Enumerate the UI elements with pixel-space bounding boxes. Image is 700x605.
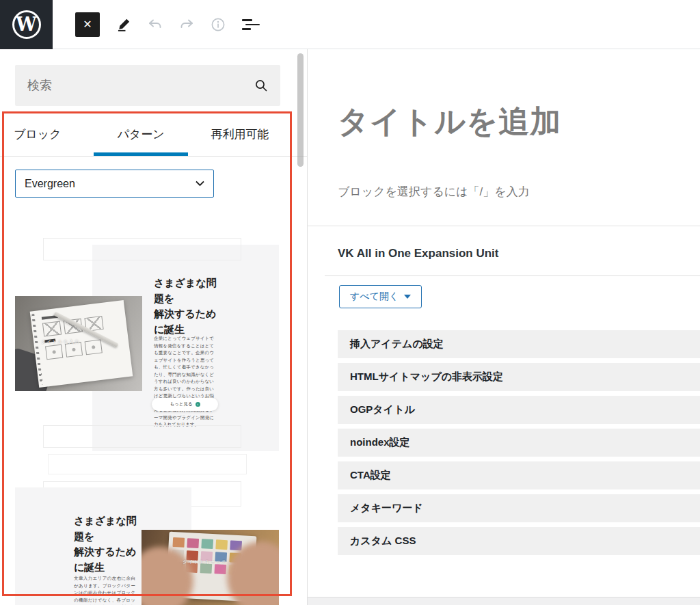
pattern-list: タイトルを入力 さまざまな問題を 解決するために誕生 企業にとってウェブサイトで…	[0, 49, 307, 605]
open-all-label: すべて開く	[350, 291, 399, 303]
inserter-toggle-button[interactable]: ✕	[75, 12, 100, 37]
section-row-ogp-title[interactable]: OGPタイトル	[338, 396, 700, 424]
list-view-button[interactable]	[241, 16, 258, 33]
pattern-body-text: 企業にとってウェブサイトで情報を発信をすることはとても重要なことです。企業のウェ…	[154, 335, 214, 429]
section-label: CTA設定	[350, 469, 391, 482]
pattern-placeholder-box	[43, 425, 241, 448]
pattern-placeholder-box	[48, 454, 247, 474]
section-row-custom-css[interactable]: カスタム CSS	[338, 527, 700, 555]
canvas-bottom-edge	[308, 597, 700, 605]
pattern-placeholder-box	[43, 238, 241, 260]
section-row-html-sitemap[interactable]: HTMLサイトマップの非表示設定	[338, 363, 700, 391]
section-row-cta[interactable]: CTA設定	[338, 461, 700, 489]
canvas-divider	[308, 226, 700, 226]
pattern-image-notebook: タイトルを入力	[15, 296, 142, 391]
editor-canvas: タイトルを追加 ブロックを選択するには「/」を入力 VK All in One …	[308, 49, 700, 597]
redo-icon	[178, 16, 195, 33]
more-button-label: もっと見る	[170, 401, 192, 407]
wordpress-logo-icon: W	[12, 10, 41, 39]
pattern-image-caption: タイトルを入力	[41, 338, 80, 345]
open-all-button[interactable]: すべて開く	[339, 285, 422, 308]
pattern-image-tablet: タイトルキャッチ	[142, 530, 279, 605]
pattern-image-caption: タイトルキャッチ	[183, 559, 227, 565]
caret-down-icon	[404, 295, 411, 299]
editor-toolbar: W ✕	[0, 0, 700, 49]
metabox-sections: 挿入アイテムの設定 HTMLサイトマップの非表示設定 OGPタイトル noind…	[338, 330, 700, 560]
block-appender[interactable]: ブロックを選択するには「/」を入力	[338, 184, 530, 200]
section-row-insert-item[interactable]: 挿入アイテムの設定	[338, 330, 700, 358]
close-icon: ✕	[83, 18, 92, 30]
section-label: HTMLサイトマップの非表示設定	[350, 371, 503, 384]
pattern-more-button: もっと見る ›	[152, 398, 218, 411]
section-row-noindex[interactable]: noindex設定	[338, 429, 700, 457]
undo-icon	[147, 16, 163, 33]
list-view-icon	[242, 19, 257, 29]
pattern-heading: さまざまな問題を 解決するために誕生	[74, 513, 139, 575]
section-row-meta-keywords[interactable]: メタキーワード	[338, 494, 700, 522]
redo-button[interactable]	[178, 16, 196, 33]
info-icon	[210, 16, 226, 33]
section-label: noindex設定	[350, 436, 410, 449]
edit-mode-button[interactable]	[115, 16, 133, 33]
section-label: OGPタイトル	[350, 403, 415, 416]
pencil-icon	[116, 17, 131, 32]
metabox-title: VK All in One Expansion Unit	[338, 247, 499, 260]
section-label: カスタム CSS	[350, 535, 416, 548]
section-label: メタキーワード	[350, 502, 423, 515]
details-button[interactable]	[209, 16, 227, 33]
arrow-circle-icon: ›	[196, 402, 200, 407]
metabox-divider	[325, 275, 700, 276]
section-label: 挿入アイテムの設定	[350, 338, 444, 351]
pattern-body-text: 文章入力エリアの左右に余白があります。ブロックパターンはの組み合わせはブロックの…	[74, 575, 135, 605]
pattern-heading: さまざまな問題を 解決するために誕生	[154, 275, 219, 337]
post-title-field[interactable]: タイトルを追加	[338, 101, 561, 142]
wordpress-logo[interactable]: W	[0, 0, 53, 49]
wordpress-block-editor: W ✕	[0, 0, 700, 605]
undo-button[interactable]	[146, 16, 164, 33]
